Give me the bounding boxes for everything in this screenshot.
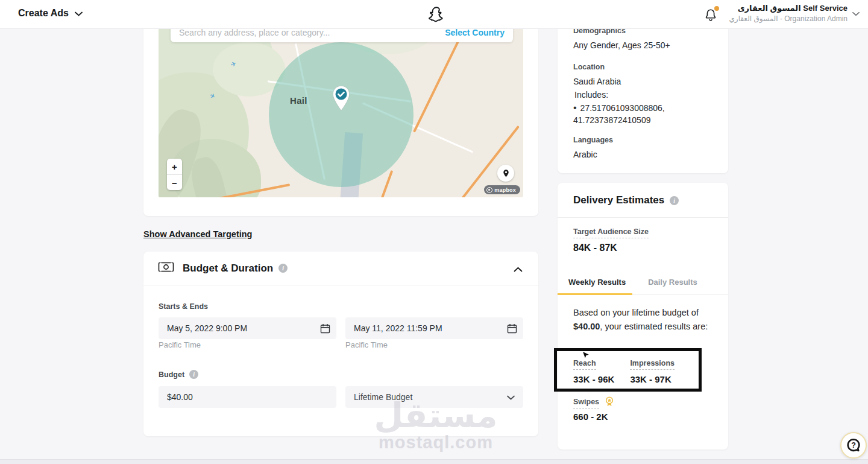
budget-card-header: Budget & Duration i xyxy=(143,252,538,285)
budget-card-title: Budget & Duration xyxy=(183,262,273,275)
info-icon[interactable]: i xyxy=(278,264,288,273)
location-coordinates: •27.517061093008806, 41.72373872410509 xyxy=(573,102,712,126)
swipes-metric-row: Swipes xyxy=(573,396,614,409)
top-bar: Create Ads المسوق العقارى Self Service ا… xyxy=(0,0,868,29)
location-country: Saudi Arabia xyxy=(573,77,712,86)
chevron-down-icon xyxy=(75,8,83,19)
budget-type-dropdown[interactable]: Lifetime Budget xyxy=(345,386,523,408)
results-tabs: Weekly Results Daily Results xyxy=(558,270,728,295)
budget-label: Budget xyxy=(159,370,184,379)
map-canvas[interactable]: ✈ ✈ Hail Select Country + − xyxy=(159,18,523,197)
start-timezone-label: Pacific Time xyxy=(159,340,201,349)
summary-suffix: , your estimated results are: xyxy=(600,322,708,331)
zoom-in-button[interactable]: + xyxy=(167,159,182,174)
notification-dot xyxy=(714,6,719,11)
help-button[interactable]: ? xyxy=(840,432,867,459)
reach-value: 33K - 96K xyxy=(573,374,614,384)
info-icon[interactable]: i xyxy=(189,370,198,379)
tab-daily-results[interactable]: Daily Results xyxy=(648,278,697,294)
location-pin-marker[interactable] xyxy=(331,85,351,112)
starts-ends-label: Starts & Ends xyxy=(159,302,208,311)
show-advanced-targeting-link[interactable]: Show Advanced Targeting xyxy=(143,229,252,239)
budget-label-row: Budget i xyxy=(159,370,198,379)
bullet: • xyxy=(573,103,577,113)
goal-medal-icon xyxy=(605,396,614,409)
target-audience-size-label[interactable]: Target Audience Size xyxy=(573,227,649,238)
calendar-icon[interactable] xyxy=(320,323,330,334)
budget-type-value: Lifetime Budget xyxy=(354,392,412,402)
delivery-title-row: Delivery Estimates i xyxy=(573,194,679,206)
coords-line1: 27.517061093008806, xyxy=(580,103,665,113)
page-bottom-strip xyxy=(0,459,868,464)
calendar-icon[interactable] xyxy=(507,323,517,334)
create-ads-menu[interactable]: Create Ads xyxy=(18,8,83,19)
mapbox-label: mapbox xyxy=(494,187,516,193)
geofence-radius-circle xyxy=(269,42,414,187)
page: Create Ads المسوق العقارى Self Service ا… xyxy=(0,0,868,464)
create-ads-label: Create Ads xyxy=(18,8,69,19)
budget-duration-card: Budget & Duration i Starts & Ends Pacifi… xyxy=(143,252,538,436)
svg-text:?: ? xyxy=(851,441,856,450)
end-timezone-label: Pacific Time xyxy=(345,340,388,349)
account-name: المسوق العقارى Self Service xyxy=(729,3,848,14)
location-map-card: ✈ ✈ Hail Select Country + − xyxy=(143,18,538,216)
collapse-chevron-up-icon[interactable] xyxy=(514,264,523,275)
divider xyxy=(558,217,728,218)
delivery-estimates-card: Delivery Estimates i Target Audience Siz… xyxy=(558,183,728,450)
banknote-icon xyxy=(158,261,174,276)
info-icon[interactable]: i xyxy=(670,196,679,205)
demographics-value: Any Gender, Ages 25-50+ xyxy=(573,40,712,50)
languages-label: Languages xyxy=(573,136,712,144)
summary-budget: $40.00 xyxy=(573,322,600,331)
budget-amount-input[interactable] xyxy=(159,386,336,408)
annotation-highlight-box: Reach 33K - 96K Impressions 33K - 97K xyxy=(554,348,702,392)
zoom-out-button[interactable]: − xyxy=(167,175,182,191)
map-zoom-control: + − xyxy=(167,159,182,190)
coords-line2: 41.72373872410509 xyxy=(573,115,650,125)
chevron-down-icon xyxy=(852,8,860,19)
map-search-input[interactable] xyxy=(179,28,445,37)
help-question-icon: ? xyxy=(846,437,861,453)
mouse-cursor xyxy=(582,352,589,363)
notifications-bell-icon[interactable] xyxy=(704,6,720,23)
location-label: Location xyxy=(573,63,712,71)
mapbox-logo-icon xyxy=(486,187,492,193)
account-menu[interactable]: المسوق العقارى Self Service المسوق العقا… xyxy=(729,3,860,24)
delivery-title: Delivery Estimates xyxy=(573,194,664,206)
map-city-label: Hail xyxy=(290,95,307,106)
account-role: المسوق العقاري - Organization Admin xyxy=(729,14,848,24)
impressions-value: 33K - 97K xyxy=(630,374,675,384)
swipes-value: 660 - 2K xyxy=(573,412,608,422)
select-country-button[interactable]: Select Country xyxy=(445,28,505,37)
targeting-summary-card: Demographics Any Gender, Ages 25-50+ Loc… xyxy=(558,12,728,173)
start-date-input[interactable] xyxy=(159,317,336,339)
swipes-label[interactable]: Swipes xyxy=(573,398,599,408)
end-date-input[interactable] xyxy=(345,317,523,339)
location-includes-label: Includes: xyxy=(574,90,712,100)
tab-weekly-results[interactable]: Weekly Results xyxy=(558,278,632,295)
account-text: المسوق العقارى Self Service المسوق العقا… xyxy=(729,3,848,24)
target-audience-size-value: 84K - 87K xyxy=(573,243,617,253)
impressions-metric: Impressions 33K - 97K xyxy=(630,357,675,389)
reach-metric: Reach 33K - 96K xyxy=(573,357,614,389)
snapchat-ghost-icon[interactable] xyxy=(427,5,445,24)
impressions-label[interactable]: Impressions xyxy=(630,359,675,370)
chevron-down-icon xyxy=(507,392,515,402)
estimate-summary-text: Based on your lifetime budget of $40.00,… xyxy=(573,306,715,334)
drop-pin-button[interactable] xyxy=(497,165,514,182)
summary-prefix: Based on your lifetime budget of xyxy=(573,308,699,317)
mapbox-attribution[interactable]: mapbox xyxy=(484,185,520,194)
languages-value: Arabic xyxy=(573,150,712,159)
